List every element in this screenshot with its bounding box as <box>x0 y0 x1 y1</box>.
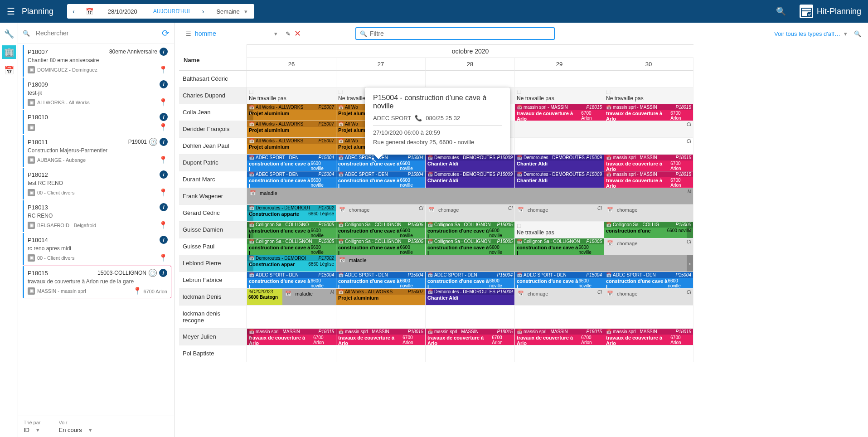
next-date-button[interactable]: › <box>197 4 210 19</box>
today-button[interactable]: AUJOURD'HUI <box>146 8 197 15</box>
topbar: ☰ Planning ‹ 📅 28/10/2020 AUJOURD'HUI › … <box>0 0 868 23</box>
view-select[interactable]: Semaine ▾ <box>209 8 254 15</box>
brand-logo-icon <box>800 5 813 18</box>
brand: Hit-Planning <box>800 5 861 18</box>
menu-icon[interactable]: ☰ <box>7 6 15 17</box>
search-icon[interactable]: 🔍 <box>776 6 786 16</box>
current-date[interactable]: 28/10/2020 <box>99 8 146 15</box>
date-controls: ‹ 📅 28/10/2020 AUJOURD'HUI › Semaine ▾ <box>67 4 254 19</box>
prev-date-button[interactable]: ‹ <box>67 4 80 19</box>
brand-label: Hit-Planning <box>817 7 861 16</box>
calendar-icon[interactable]: 📅 <box>80 4 99 19</box>
app-title: Planning <box>22 7 53 16</box>
